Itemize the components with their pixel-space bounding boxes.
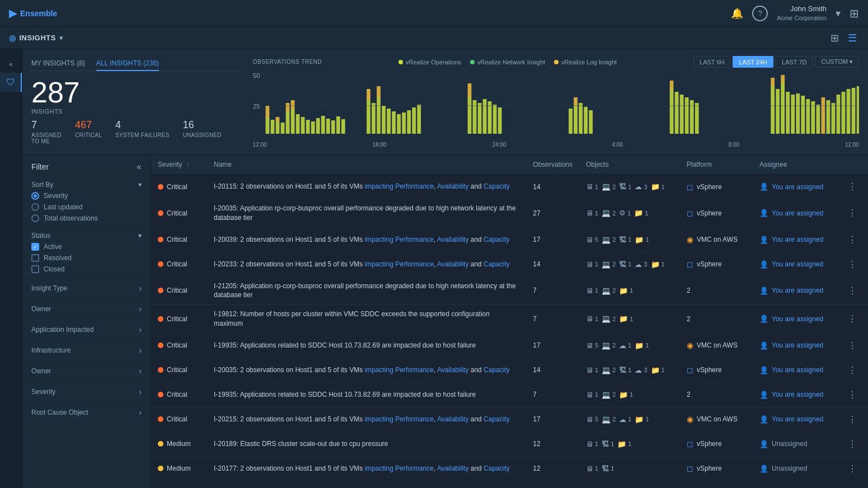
breadcrumb-chevron[interactable]: ▾ — [59, 34, 63, 42]
more-cell[interactable]: ⋮ — [837, 305, 868, 334]
insight-type-row[interactable]: Insight Type › — [22, 278, 151, 299]
status-resolved[interactable]: Resolved — [31, 254, 142, 262]
list-view-button[interactable]: ☰ — [846, 30, 859, 46]
time-custom[interactable]: CUSTOM ▾ — [815, 56, 859, 68]
filter-collapse-icon[interactable]: « — [137, 162, 142, 172]
tab-all-insights[interactable]: ALL INSIGHTS (236) — [96, 56, 159, 71]
help-icon[interactable]: ? — [752, 6, 768, 21]
more-cell[interactable]: ⋮ — [837, 175, 868, 199]
apps-grid-icon[interactable]: ⊞ — [850, 7, 859, 20]
more-button[interactable]: ⋮ — [843, 205, 861, 220]
more-button[interactable]: ⋮ — [843, 437, 861, 452]
more-button[interactable]: ⋮ — [843, 461, 861, 476]
more-button[interactable]: ⋮ — [843, 257, 861, 272]
table-row[interactable]: CriticalI-19812: Number of hosts per clu… — [151, 305, 868, 334]
name-cell[interactable]: I-20115: 2 observations on Host1 and 5 o… — [207, 175, 526, 199]
table-row[interactable]: CriticalI-20215: 2 observations on Host1… — [151, 407, 868, 431]
name-cell[interactable]: I-20189: Elastic DRS cluster scale-out d… — [207, 431, 526, 456]
col-header-name[interactable]: Name — [207, 155, 526, 175]
grid-view-button[interactable]: ⊞ — [828, 30, 841, 46]
root-cause-row[interactable]: Root Cause Object › — [22, 402, 151, 423]
sort-last-updated[interactable]: Last updated — [31, 203, 142, 211]
table-row[interactable]: MediumI-20189: Elastic DRS cluster scale… — [151, 431, 868, 456]
sort-by-header[interactable]: Sort By ▾ — [31, 181, 142, 189]
time-7d[interactable]: LAST 7D — [776, 56, 813, 68]
sidebar-icon-shield[interactable]: 🛡 — [0, 73, 22, 92]
app-impacted-row[interactable]: Application Impacted › — [22, 320, 151, 340]
svg-rect-60 — [781, 75, 785, 83]
table-row[interactable]: CriticalI-21205: Application rp-corp-bus… — [151, 276, 868, 305]
col-header-assignee[interactable]: Assignee — [753, 155, 837, 175]
time-24h[interactable]: LAST 24H — [733, 56, 773, 68]
table-row[interactable]: MediumI-20177: 2 observations on Host1 a… — [151, 456, 868, 481]
more-button[interactable]: ⋮ — [843, 338, 861, 353]
more-cell[interactable]: ⋮ — [837, 431, 868, 456]
tab-my-insights[interactable]: MY INSIGHTS (8) — [31, 56, 85, 71]
bell-icon[interactable]: 🔔 — [731, 7, 743, 20]
platform-cell: 2 — [680, 305, 753, 334]
status-label: Status — [31, 232, 50, 240]
table-row[interactable]: CriticalI-20233: 2 observations on Host1… — [151, 252, 868, 276]
severity-row[interactable]: Severity › — [22, 382, 151, 402]
name-cell[interactable]: I-21205: Application rp-corp-busproc ove… — [207, 276, 526, 305]
objects-cell: 🖥1💻2📁1 — [579, 382, 680, 407]
more-button[interactable]: ⋮ — [843, 232, 861, 247]
svg-rect-54 — [690, 100, 694, 134]
more-cell[interactable]: ⋮ — [837, 227, 868, 252]
table-row[interactable]: CriticalI-20115: 2 observations on Host1… — [151, 175, 868, 199]
more-cell[interactable]: ⋮ — [837, 333, 868, 358]
expand-icon[interactable]: ▾ — [836, 7, 841, 20]
time-6h[interactable]: LAST 6H — [693, 56, 730, 68]
sort-severity[interactable]: Severity — [31, 192, 142, 200]
infrastructure-row[interactable]: Infrastructure › — [22, 340, 151, 361]
more-cell[interactable]: ⋮ — [837, 252, 868, 276]
sort-total-obs[interactable]: Total observations — [31, 214, 142, 222]
more-button[interactable]: ⋮ — [843, 412, 861, 427]
svg-rect-23 — [367, 89, 370, 100]
name-cell[interactable]: I-20177: 2 observations on Host1 and 5 o… — [207, 456, 526, 481]
table-row[interactable]: CriticalI-19935: Applications related to… — [151, 382, 868, 407]
sidebar-expand-icon[interactable]: « — [7, 58, 15, 71]
time-label-2: 24:00 — [492, 142, 506, 148]
more-button[interactable]: ⋮ — [843, 311, 861, 326]
name-cell[interactable]: I-20035: 2 observations on Host1 and 5 o… — [207, 358, 526, 382]
more-cell[interactable]: ⋮ — [837, 407, 868, 431]
table-row[interactable]: CriticalI-20035: Application rp-corp-bus… — [151, 199, 868, 228]
severity-cell: Medium — [151, 456, 207, 481]
name-cell[interactable]: I-19935: Applications related to SDDC Ho… — [207, 382, 526, 407]
name-cell[interactable]: I-19812: Number of hosts per cluster wit… — [207, 305, 526, 334]
col-header-platform[interactable]: Platform — [680, 155, 753, 175]
owner-row-2[interactable]: Owner › — [22, 361, 151, 382]
more-button[interactable]: ⋮ — [843, 363, 861, 378]
svg-rect-40 — [488, 101, 492, 134]
name-cell[interactable]: I-20233: 2 observations on Host1 and 5 o… — [207, 252, 526, 276]
more-cell[interactable]: ⋮ — [837, 382, 868, 407]
more-cell[interactable]: ⋮ — [837, 276, 868, 305]
name-cell[interactable]: I-19935: Applications related to SDDC Ho… — [207, 333, 526, 358]
name-cell[interactable]: I-20035: Application rp-corp-busproc ove… — [207, 199, 526, 228]
name-cell[interactable]: I-20039: 2 observations on Host1 and 5 o… — [207, 227, 526, 252]
top-navigation: ▶ Ensemble 🔔 ? John Smith Acme Corporati… — [0, 0, 868, 27]
status-closed[interactable]: Closed — [31, 265, 142, 273]
objects-cell: 🖥1💻2📁1 — [579, 276, 680, 305]
more-cell[interactable]: ⋮ — [837, 199, 868, 228]
name-cell[interactable]: I-20215: 2 observations on Host1 and 5 o… — [207, 407, 526, 431]
more-button[interactable]: ⋮ — [843, 179, 861, 194]
status-header[interactable]: Status ▾ — [31, 232, 142, 240]
more-cell[interactable]: ⋮ — [837, 358, 868, 382]
col-header-objects[interactable]: Objects — [579, 155, 680, 175]
svg-rect-63 — [796, 93, 800, 134]
more-button[interactable]: ⋮ — [843, 283, 861, 298]
owner-row-1[interactable]: Owner › — [22, 299, 151, 320]
status-active[interactable]: ✓ Active — [31, 243, 142, 251]
table-row[interactable]: CriticalI-20039: 2 observations on Host1… — [151, 227, 868, 252]
table-row[interactable]: CriticalI-20035: 2 observations on Host1… — [151, 358, 868, 382]
col-header-observations[interactable]: Observations — [526, 155, 579, 175]
col-header-severity[interactable]: Severity ↑ — [151, 155, 207, 175]
sort-options: Severity Last updated Total observations — [31, 192, 142, 222]
checkbox-resolved — [31, 254, 39, 262]
more-button[interactable]: ⋮ — [843, 387, 861, 402]
table-row[interactable]: CriticalI-19935: Applications related to… — [151, 333, 868, 358]
more-cell[interactable]: ⋮ — [837, 456, 868, 481]
objects-cell: 🖥1💻2🏗1☁3📁1 — [579, 358, 680, 382]
